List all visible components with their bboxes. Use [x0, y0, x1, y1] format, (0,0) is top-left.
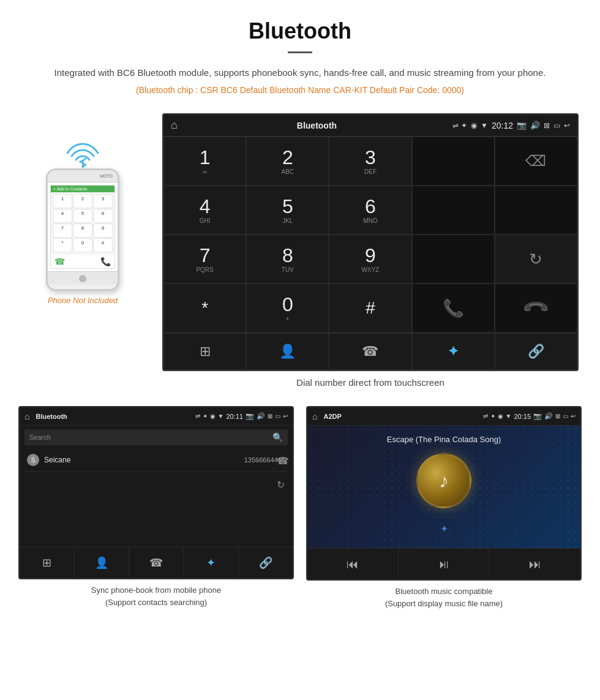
- page-title: Bluetooth: [37, 18, 563, 44]
- toolbar-contacts[interactable]: 👤: [246, 333, 329, 370]
- call-green-icon: 📞: [443, 298, 464, 318]
- music-vol-icon: 🔊: [544, 412, 553, 420]
- dial-key-9[interactable]: 9 WXYZ: [329, 235, 411, 284]
- dial-key-3[interactable]: 3 DEF: [329, 137, 411, 186]
- dial-key: 9: [93, 224, 113, 238]
- pb-cam-icon: 📷: [246, 412, 254, 420]
- music-bt-icon: ✦: [490, 413, 495, 420]
- dial-key: 8: [73, 224, 92, 238]
- music-screen: ⌂ A2DP ⇌ ✦ ◉ ▼ 20:15 📷 🔊 ⊠ ▭ ↩ Escap: [306, 406, 582, 581]
- pb-toolbar-call[interactable]: ☎: [129, 548, 184, 578]
- music-back-icon: ↩: [571, 413, 576, 420]
- dial-key-0[interactable]: 0 +: [246, 284, 329, 333]
- contact-name: Seicane: [44, 456, 244, 464]
- redial-button[interactable]: ↻: [495, 235, 577, 284]
- toolbar-phone[interactable]: ☎: [329, 333, 411, 370]
- camera-icon: 📷: [517, 121, 527, 130]
- dial-key-2[interactable]: 2 ABC: [246, 137, 329, 186]
- dial-key: 5: [73, 209, 92, 223]
- dial-key-star[interactable]: *: [163, 284, 246, 333]
- music-loc-icon: ◉: [498, 413, 503, 420]
- end-call-button[interactable]: 📞: [495, 284, 577, 333]
- back-icon: ↩: [564, 121, 570, 130]
- header-section: Bluetooth Integrated with BC6 Bluetooth …: [0, 0, 600, 113]
- music-caption: Bluetooth music compatible (Support disp…: [385, 585, 503, 609]
- bluetooth-icon: ✦: [448, 344, 459, 359]
- pb-bluetooth-icon: ✦: [206, 556, 216, 570]
- toolbar-dialpad[interactable]: ⊞: [163, 333, 246, 370]
- dial-empty-2: [412, 186, 495, 235]
- pb-signal-icon: ▼: [218, 413, 224, 420]
- backspace-button[interactable]: ⌫: [495, 137, 577, 186]
- prev-button[interactable]: ⏮: [307, 549, 399, 579]
- contact-avatar: S: [27, 454, 39, 466]
- music-statusbar-right: ✦ ◉ ▼ 20:15 📷 🔊 ⊠ ▭ ↩: [490, 412, 576, 420]
- toolbar-bluetooth[interactable]: ✦: [412, 333, 495, 370]
- phonebook-statusbar: ⌂ Bluetooth ⇌ ✦ ◉ ▼ 20:11 📷 🔊 ⊠ ▭ ↩: [20, 407, 293, 426]
- dial-key-hash[interactable]: #: [329, 284, 411, 333]
- pb-call-icon: ☎: [277, 455, 289, 467]
- bluetooth-wifi-icon: [64, 138, 101, 168]
- link-icon: 🔗: [528, 344, 544, 359]
- dial-empty-4: [412, 235, 495, 284]
- header-specs: (Bluetooth chip : CSR BC6 Default Blueto…: [37, 85, 563, 95]
- bottom-section: ⌂ Bluetooth ⇌ ✦ ◉ ▼ 20:11 📷 🔊 ⊠ ▭ ↩ Sear…: [0, 406, 600, 609]
- dial-key: 6: [93, 209, 113, 223]
- dial-key: 4: [53, 209, 72, 223]
- music-statusbar-title: A2DP: [323, 413, 480, 420]
- phone-icon: ☎: [362, 344, 378, 359]
- pb-person-icon: 👤: [95, 556, 108, 570]
- dial-key-8[interactable]: 8 TUV: [246, 235, 329, 284]
- pb-toolbar-dialpad[interactable]: ⊞: [20, 548, 74, 578]
- car-screen-container: ⌂ Bluetooth ⇌ ✦ ◉ ▼ 20:12 📷 🔊 ⊠ ▭ ↩: [159, 113, 582, 400]
- toolbar-link[interactable]: 🔗: [495, 333, 577, 370]
- dial-key-6[interactable]: 6 MNO: [329, 186, 411, 235]
- dial-key: 0: [73, 238, 92, 252]
- redial-icon: ↻: [529, 250, 542, 269]
- pb-toolbar-bluetooth[interactable]: ✦: [184, 548, 238, 578]
- pb-home-icon: ⌂: [24, 412, 29, 421]
- header-description: Integrated with BC6 Bluetooth module, su…: [37, 66, 563, 80]
- call-button[interactable]: 📞: [412, 284, 495, 333]
- volume-icon: 🔊: [530, 121, 540, 130]
- pb-close-icon: ⊠: [268, 413, 272, 420]
- music-signal-icon: ▼: [506, 413, 512, 420]
- phonebook-toolbar: ⊞ 👤 ☎ ✦ 🔗: [20, 547, 293, 578]
- pb-toolbar-link[interactable]: 🔗: [239, 548, 293, 578]
- search-icon: 🔍: [272, 432, 283, 442]
- dialer-grid: 1 ∞ 2 ABC 3 DEF ⌫ 4 GHI: [163, 137, 577, 333]
- phonebook-search-bar[interactable]: Search 🔍: [24, 429, 288, 445]
- phone-mockup: MOTO + Add to Contacts 1 2 3 4 5 6 7 8 9: [46, 168, 119, 291]
- main-section: MOTO + Add to Contacts 1 2 3 4 5 6 7 8 9: [0, 113, 600, 400]
- call-red-icon: 📞: [521, 293, 550, 323]
- dial-key: 2: [73, 194, 92, 208]
- music-home-icon: ⌂: [312, 412, 317, 421]
- dial-key: 3: [93, 194, 113, 208]
- pb-back-icon: ↩: [283, 413, 288, 420]
- dial-key-7[interactable]: 7 PQRS: [163, 235, 246, 284]
- phone-contacts-header: + Add to Contacts: [51, 186, 114, 192]
- dial-caption: Dial number direct from touchscreen: [296, 377, 444, 388]
- contact-icon: 👤: [279, 344, 296, 359]
- play-pause-button[interactable]: ⏯: [399, 549, 490, 579]
- statusbar-right: ✦ ◉ ▼ 20:12 📷 🔊 ⊠ ▭ ↩: [461, 121, 570, 130]
- play-pause-icon: ⏯: [438, 557, 450, 571]
- dial-key-5[interactable]: 5 JKL: [246, 186, 329, 235]
- music-note-icon: ♪: [439, 470, 449, 492]
- header-divider: [288, 51, 312, 53]
- pb-win-icon: ▭: [275, 413, 280, 420]
- next-button[interactable]: ⏭: [490, 549, 580, 579]
- dial-key-1[interactable]: 1 ∞: [163, 137, 246, 186]
- car-dialer-screen: ⌂ Bluetooth ⇌ ✦ ◉ ▼ 20:12 📷 🔊 ⊠ ▭ ↩: [162, 113, 579, 371]
- dialpad-icon: ⊞: [200, 344, 211, 359]
- phonebook-caption: Sync phone-book from mobile phone (Suppo…: [91, 584, 221, 608]
- dial-key: #: [93, 238, 113, 252]
- prev-icon: ⏮: [347, 557, 359, 571]
- window-icon: ▭: [553, 121, 560, 130]
- pb-bt-icon: ✦: [203, 413, 208, 420]
- dial-key: *: [53, 238, 72, 252]
- pb-toolbar-person[interactable]: 👤: [74, 548, 129, 578]
- dial-key-4[interactable]: 4 GHI: [163, 186, 246, 235]
- music-bluetooth-badge: ✦: [440, 523, 448, 535]
- contact-row: S Seicane 13566664466: [24, 449, 288, 472]
